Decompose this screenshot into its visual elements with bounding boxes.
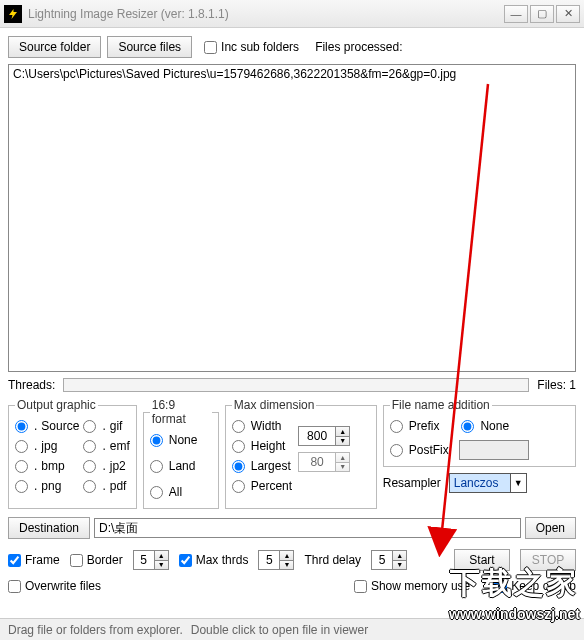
- window-title: Lightning Image Resizer (ver: 1.8.1.1): [28, 7, 502, 21]
- max-thrds-checkbox[interactable]: Max thrds: [179, 553, 249, 567]
- app-icon: [4, 5, 22, 23]
- resampler-label: Resampler: [383, 476, 441, 490]
- radio-percent[interactable]: Percent: [232, 476, 292, 496]
- radio-emf[interactable]: .emf: [83, 436, 129, 456]
- threads-label: Threads:: [8, 378, 55, 392]
- radio-169-land[interactable]: Land: [150, 456, 212, 476]
- overwrite-checkbox[interactable]: Overwrite files: [8, 579, 101, 593]
- max-thrds-spinner[interactable]: ▲▼: [258, 550, 294, 570]
- destination-button[interactable]: Destination: [8, 517, 90, 539]
- radio-gif[interactable]: .gif: [83, 416, 129, 436]
- radio-postfix[interactable]: PostFix: [390, 440, 449, 460]
- chevron-up-icon: ▲: [335, 453, 349, 462]
- thrd-delay-spinner[interactable]: ▲▼: [371, 550, 407, 570]
- radio-jp2[interactable]: .jp2: [83, 456, 129, 476]
- postfix-input[interactable]: [459, 440, 529, 460]
- files-count-label: Files: 1: [537, 378, 576, 392]
- radio-169-all[interactable]: All: [150, 482, 212, 502]
- format-169-group: 16:9 format None Land All: [143, 398, 219, 509]
- open-button[interactable]: Open: [525, 517, 576, 539]
- radio-png[interactable]: .png: [15, 476, 79, 496]
- destination-input[interactable]: [94, 518, 521, 538]
- filename-addition-group: File name addition Prefix None PostFix: [383, 398, 576, 467]
- radio-source[interactable]: .Source: [15, 416, 79, 436]
- thrd-delay-label: Thrd delay: [304, 553, 361, 567]
- chevron-down-icon: ▼: [335, 436, 349, 446]
- status-drag-text: Drag file or folders from explorer.: [8, 623, 183, 637]
- radio-bmp[interactable]: .bmp: [15, 456, 79, 476]
- maximize-button[interactable]: ▢: [530, 5, 554, 23]
- maxdim-spinner-2[interactable]: ▲▼: [298, 452, 350, 472]
- resampler-combo[interactable]: Lanczos ▼: [449, 473, 527, 493]
- radio-prefix[interactable]: Prefix: [390, 416, 440, 436]
- watermark-text-2: www.windowszj.net: [449, 606, 580, 622]
- inc-subfolders-checkbox[interactable]: Inc sub folders: [204, 40, 299, 54]
- chevron-down-icon: ▼: [510, 474, 526, 492]
- border-checkbox[interactable]: Border: [70, 553, 123, 567]
- chevron-up-icon: ▲: [335, 427, 349, 436]
- max-dimension-group: Max dimension Width Height Largest Perce…: [225, 398, 377, 509]
- radio-name-none[interactable]: None: [461, 416, 509, 436]
- format-169-legend: 16:9 format: [150, 398, 212, 426]
- maxdim-spinner-1[interactable]: ▲▼: [298, 426, 350, 446]
- output-graphic-legend: Output graphic: [15, 398, 98, 412]
- files-processed-label: Files processed:: [315, 40, 402, 54]
- frame-checkbox[interactable]: Frame: [8, 553, 60, 567]
- status-dblclick-text: Double click to open file in viewer: [191, 623, 368, 637]
- radio-jpg[interactable]: .jpg: [15, 436, 79, 456]
- source-folder-button[interactable]: Source folder: [8, 36, 101, 58]
- max-dimension-legend: Max dimension: [232, 398, 317, 412]
- radio-height[interactable]: Height: [232, 436, 292, 456]
- source-files-button[interactable]: Source files: [107, 36, 192, 58]
- border-spinner[interactable]: ▲▼: [133, 550, 169, 570]
- radio-width[interactable]: Width: [232, 416, 292, 436]
- output-graphic-group: Output graphic .Source .jpg .bmp .png .g…: [8, 398, 137, 509]
- radio-pdf[interactable]: .pdf: [83, 476, 129, 496]
- file-list[interactable]: C:\Users\pc\Pictures\Saved Pictures\u=15…: [8, 64, 576, 372]
- radio-169-none[interactable]: None: [150, 430, 212, 450]
- progress-bar: [63, 378, 529, 392]
- close-button[interactable]: ✕: [556, 5, 580, 23]
- filename-addition-legend: File name addition: [390, 398, 492, 412]
- chevron-down-icon: ▼: [335, 462, 349, 472]
- radio-largest[interactable]: Largest: [232, 456, 292, 476]
- watermark-text-1: 下载之家: [450, 563, 578, 604]
- minimize-button[interactable]: —: [504, 5, 528, 23]
- list-item[interactable]: C:\Users\pc\Pictures\Saved Pictures\u=15…: [13, 67, 571, 81]
